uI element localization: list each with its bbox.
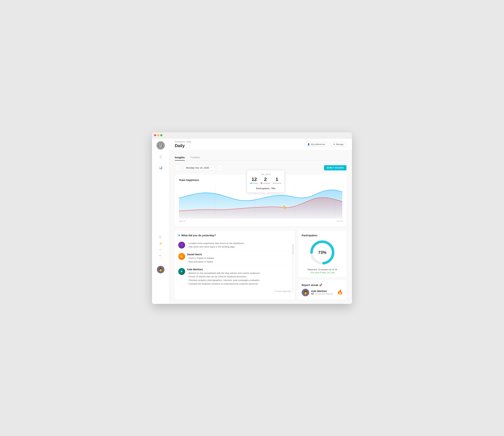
right-column: Participation 73% Reported: 14 <box>298 231 346 300</box>
app-window: 🤖 ☰ 📊 ☰ ⚡ </> ✕ 👩 Dashboard / Daily Dail… <box>152 132 352 304</box>
manage-button[interactable]: ⚙ Manage <box>330 142 346 147</box>
breadcrumb: Dashboard / Daily <box>175 140 191 143</box>
topbar-actions: 👤 My preferences ⚙ Manage <box>304 142 346 147</box>
date-value: Monday Oct 19, 2020 <box>186 167 209 169</box>
responses-header: What did you do yesterday? <box>178 234 291 237</box>
neutral-label: Neutral <box>273 182 281 184</box>
settings-icon[interactable]: ⚡ <box>157 240 164 247</box>
cursor-dot <box>283 207 285 208</box>
response-avatar-2: K <box>178 268 185 275</box>
gear-icon: ⚙ <box>333 143 335 146</box>
main-content: Dashboard / Daily Daily 👤 My preferences… <box>169 139 352 304</box>
chart-tooltip: Tue, Oct 6 12 Happy <box>247 170 284 193</box>
sidebar: 🤖 ☰ 📊 ☰ ⚡ </> ✕ 👩 <box>152 139 169 304</box>
tooltip-unhappy: 2 Unhappy <box>261 177 270 184</box>
response-avatar-1: D <box>178 253 185 260</box>
manage-label: Manage <box>336 143 343 146</box>
streak-title: Report streak 🚀 <box>302 284 343 287</box>
donut-container: 73% <box>309 240 335 265</box>
close-dot[interactable] <box>154 134 156 136</box>
content-area: Insights Timeline ‹ Monday Oct 19, 2020 … <box>169 150 352 304</box>
response-name-1: Daniel Harris <box>187 253 291 256</box>
chart-card: Team happiness Tue, Oct 6 12 Happy <box>175 174 346 226</box>
streak-avatar: 👩 <box>302 289 309 296</box>
response-item-2: K Kate Martinez - Worked on the spreadsh… <box>178 266 291 288</box>
participation-card: Participation 73% Reported: 14 <box>298 231 346 277</box>
sidebar-bottom-group: ☰ ⚡ </> ✕ <box>157 234 164 259</box>
streak-person: 👩 Kate Martinez 57 consecutive reports 🔥 <box>302 289 343 296</box>
neutral-dot <box>273 183 274 184</box>
response-text-1: - Fixes in Topbar & Sidebar - New animat… <box>187 256 291 264</box>
participation-reported: Reported: 14 people out of 19 <box>302 268 343 271</box>
prev-arrow-icon: ‹ <box>178 167 178 169</box>
bottom-grid: What did you do yesterday? 👤 - Located s… <box>175 231 346 300</box>
participation-title: Participation <box>302 234 343 237</box>
streak-info: Kate Martinez 57 consecutive reports <box>311 290 335 295</box>
happy-label: Happy <box>251 182 258 184</box>
streak-count: 57 consecutive reports <box>311 293 335 295</box>
page-title: Daily <box>175 143 191 148</box>
maximize-dot[interactable] <box>160 134 162 136</box>
chart-labels: Sept 15 Oct 15 <box>179 220 342 222</box>
streak-card: Report streak 🚀 👩 Kate Martinez 57 conse… <box>298 280 346 300</box>
responses-title: What did you do yesterday? <box>181 234 216 237</box>
date-nav: ‹ Monday Oct 19, 2020 ▾ › EARLY ACCESS <box>175 165 346 171</box>
menu-icon-1[interactable]: ☰ <box>158 154 163 160</box>
app-body: 🤖 ☰ 📊 ☰ ⚡ </> ✕ 👩 Dashboard / Daily Dail… <box>152 139 352 304</box>
code-icon[interactable]: </> <box>157 247 164 252</box>
titlebar <box>152 132 352 139</box>
tooltip-neutral: 1 Neutral <box>273 177 281 184</box>
response-avatar-0: 👤 <box>178 242 185 249</box>
next-date-button[interactable]: › <box>216 165 223 171</box>
preferences-label: My preferences <box>311 143 325 146</box>
response-content-1: Daniel Harris - Fixes in Topbar & Sideba… <box>187 253 291 264</box>
participation-change: +5% since Friday, Oct 16th <box>302 271 343 274</box>
tabs: Insights Timeline <box>175 155 346 161</box>
date-selector[interactable]: Monday Oct 19, 2020 ▾ <box>183 165 215 171</box>
chart-x-end: Oct 15 <box>337 220 342 222</box>
response-content-0: - Located some responsive view errors on… <box>187 242 291 249</box>
unhappy-label: Unhappy <box>261 182 270 184</box>
preferences-button[interactable]: 👤 My preferences <box>304 142 328 147</box>
tab-insights[interactable]: Insights <box>175 155 185 161</box>
responses-card: What did you do yesterday? 👤 - Located s… <box>175 231 295 300</box>
menu-icon-2[interactable]: ☰ <box>157 234 164 240</box>
sidebar-top-avatar[interactable]: 🤖 <box>156 141 165 149</box>
unhappy-count: 2 <box>261 177 270 182</box>
tooltip-date: Tue, Oct 6 <box>251 173 281 176</box>
early-access-button[interactable]: EARLY ACCESS <box>324 165 346 170</box>
neutral-count: 1 <box>273 177 281 182</box>
responses-footer: 14 total responses <box>178 290 291 293</box>
happy-count: 12 <box>251 177 258 182</box>
response-content-2: Kate Martinez - Worked on the spreadshee… <box>187 268 291 286</box>
user-pref-icon: 👤 <box>307 143 310 146</box>
response-name-2: Kate Martinez <box>187 268 291 271</box>
prev-date-button[interactable]: ‹ <box>175 165 181 171</box>
robot-icon: 🤖 <box>158 143 163 148</box>
user-avatar-icon: 👩 <box>158 268 163 272</box>
chart-area[interactable]: Tue, Oct 6 12 Happy <box>179 184 342 219</box>
chart-x-start: Sept 15 <box>179 220 185 222</box>
streak-name: Kate Martinez <box>311 290 335 293</box>
response-text-0: - Located some responsive view errors on… <box>187 242 291 249</box>
response-item-1: D Daniel Harris - Fixes in Topbar & Side… <box>178 251 291 266</box>
chart-icon[interactable]: 📊 <box>157 164 164 171</box>
tooltip-stats: 12 Happy 2 <box>251 177 281 184</box>
minimize-dot[interactable] <box>157 134 159 136</box>
topbar-left: Dashboard / Daily Daily <box>175 140 191 148</box>
tab-timeline[interactable]: Timeline <box>190 155 200 161</box>
donut-label: 73% <box>318 250 326 255</box>
response-text-2: - Worked on the spreadsheet with the blo… <box>187 271 291 286</box>
responses-blue-dot <box>178 234 180 236</box>
close-icon[interactable]: ✕ <box>157 252 164 259</box>
next-arrow-icon: › <box>219 167 220 169</box>
user-avatar[interactable]: 👩 <box>157 266 164 273</box>
chevron-down-icon: ▾ <box>210 167 211 169</box>
tooltip-participation: Participation 79% <box>251 186 281 190</box>
tooltip-happy: 12 Happy <box>251 177 258 184</box>
unhappy-dot <box>261 183 262 184</box>
fire-icon: 🔥 <box>337 290 343 295</box>
scrollbar-thumb[interactable] <box>293 244 293 255</box>
scrollbar-track[interactable] <box>293 244 293 293</box>
topbar: Dashboard / Daily Daily 👤 My preferences… <box>169 139 352 150</box>
